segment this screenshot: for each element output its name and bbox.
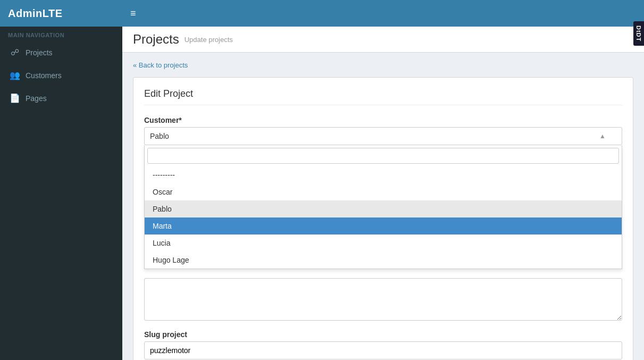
- customer-dropdown-panel: --------- Oscar Pablo Marta Lucia Hugo L…: [144, 145, 622, 269]
- top-bar: ≡: [122, 0, 644, 27]
- edit-project-card: Edit Project Customer* Pablo ▲ ---------…: [133, 77, 633, 360]
- sidebar-item-customers[interactable]: 👥 Customers: [0, 64, 122, 87]
- sidebar: AdminLTE Main Navigation ☍ Projects 👥 Cu…: [0, 0, 122, 360]
- sidebar-item-projects[interactable]: ☍ Projects: [0, 41, 122, 64]
- slug-form-group: Slug project: [144, 330, 622, 359]
- description-form-group: [144, 278, 622, 322]
- dropdown-item-marta[interactable]: Marta: [145, 217, 622, 235]
- sidebar-header: AdminLTE: [0, 0, 122, 27]
- dropdown-search-input[interactable]: [147, 148, 619, 164]
- content-header: Projects Update projects: [122, 27, 644, 53]
- sidebar-item-customers-label: Customers: [26, 71, 62, 80]
- main-wrapper: ≡ Projects Update projects « Back to pro…: [122, 0, 644, 360]
- side-badge: DtDT: [633, 21, 644, 46]
- hamburger-button[interactable]: ≡: [130, 8, 136, 19]
- brand-logo: AdminLTE: [8, 7, 63, 20]
- sidebar-item-projects-label: Projects: [26, 48, 53, 57]
- dropdown-item-hugo[interactable]: Hugo Lage: [145, 252, 622, 269]
- projects-icon: ☍: [10, 47, 20, 57]
- back-link[interactable]: « Back to projects: [133, 61, 188, 69]
- customer-select-container: Pablo ▲ --------- Oscar Pablo Marta Luci…: [144, 127, 622, 145]
- nav-label: Main Navigation: [0, 27, 122, 41]
- sidebar-item-pages-label: Pages: [26, 94, 47, 103]
- pages-icon: 📄: [10, 93, 20, 103]
- slug-input[interactable]: [144, 341, 622, 359]
- customer-form-group: Customer* Pablo ▲ --------- Oscar Pablo …: [144, 116, 622, 145]
- description-textarea[interactable]: [144, 278, 622, 321]
- content-area: « Back to projects Edit Project Customer…: [122, 53, 644, 360]
- dropdown-item-oscar[interactable]: Oscar: [145, 183, 622, 200]
- sidebar-item-pages[interactable]: 📄 Pages: [0, 87, 122, 110]
- customer-label: Customer*: [144, 116, 622, 124]
- dropdown-item-lucia[interactable]: Lucia: [145, 235, 622, 252]
- card-title: Edit Project: [144, 88, 622, 105]
- page-subtitle: Update projects: [185, 36, 233, 44]
- page-title: Projects: [133, 32, 179, 47]
- customer-selected-value: Pablo: [150, 132, 169, 140]
- chevron-down-icon: ▲: [599, 132, 606, 140]
- dropdown-list: --------- Oscar Pablo Marta Lucia Hugo L…: [145, 166, 622, 269]
- dropdown-item-pablo[interactable]: Pablo: [145, 200, 622, 217]
- customer-select[interactable]: Pablo ▲: [144, 127, 622, 145]
- dropdown-separator: ---------: [145, 166, 622, 183]
- slug-label: Slug project: [144, 330, 622, 339]
- customers-icon: 👥: [10, 70, 20, 80]
